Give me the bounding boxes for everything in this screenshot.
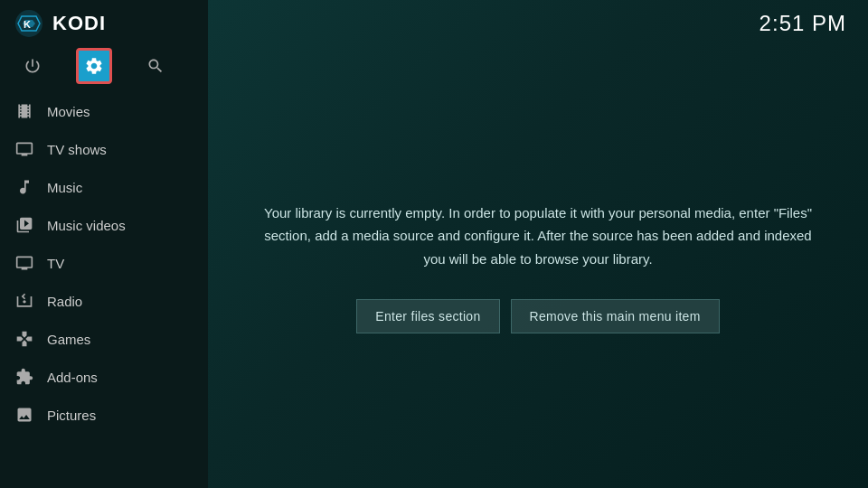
sidebar-item-movies[interactable]: Movies (0, 92, 208, 130)
pictures-icon (14, 405, 34, 425)
tv-shows-label: TV shows (47, 142, 107, 157)
search-button[interactable] (137, 48, 174, 84)
add-ons-icon (14, 367, 34, 387)
radio-icon (14, 291, 34, 311)
sidebar-item-add-ons[interactable]: Add-ons (0, 358, 208, 396)
library-empty-message: Your library is currently empty. In orde… (262, 202, 814, 271)
music-videos-label: Music videos (47, 218, 126, 233)
sidebar-item-games[interactable]: Games (0, 320, 208, 358)
music-videos-icon (14, 215, 34, 235)
search-icon (146, 57, 165, 75)
movies-icon (14, 101, 34, 121)
music-icon (14, 177, 34, 197)
remove-menu-item-button[interactable]: Remove this main menu item (511, 299, 720, 333)
action-buttons: Enter files section Remove this main men… (356, 299, 719, 333)
sidebar-nav: Movies TV shows Music Music videos TV (0, 92, 208, 488)
content-area: Your library is currently empty. In orde… (208, 47, 868, 488)
app-title: KODI (52, 12, 106, 35)
settings-button[interactable] (76, 48, 112, 84)
sidebar-item-radio[interactable]: Radio (0, 282, 208, 320)
power-button[interactable] (14, 48, 51, 84)
movies-label: Movies (47, 104, 90, 119)
sidebar: K KODI Movies (0, 0, 208, 488)
sidebar-item-pictures[interactable]: Pictures (0, 396, 208, 434)
games-icon (14, 329, 34, 349)
power-icon (24, 57, 42, 75)
clock-display: 2:51 PM (760, 11, 846, 36)
sidebar-header: K KODI (0, 0, 208, 47)
enter-files-button[interactable]: Enter files section (356, 299, 499, 333)
svg-text:K: K (24, 19, 31, 30)
radio-label: Radio (47, 294, 82, 309)
main-content: 2:51 PM Your library is currently empty.… (208, 0, 868, 488)
add-ons-label: Add-ons (47, 370, 98, 385)
top-bar: 2:51 PM (208, 0, 868, 47)
kodi-logo-icon: K (14, 9, 43, 38)
sidebar-item-tv[interactable]: TV (0, 244, 208, 282)
pictures-label: Pictures (47, 408, 96, 423)
sidebar-item-music[interactable]: Music (0, 168, 208, 206)
tv-icon (14, 253, 34, 273)
sidebar-item-music-videos[interactable]: Music videos (0, 206, 208, 244)
tv-label: TV (47, 256, 64, 271)
sidebar-item-tv-shows[interactable]: TV shows (0, 130, 208, 168)
music-label: Music (47, 180, 82, 195)
games-label: Games (47, 332, 90, 347)
settings-icon (84, 56, 104, 76)
sidebar-icons-row (0, 47, 208, 92)
tv-shows-icon (14, 139, 34, 159)
